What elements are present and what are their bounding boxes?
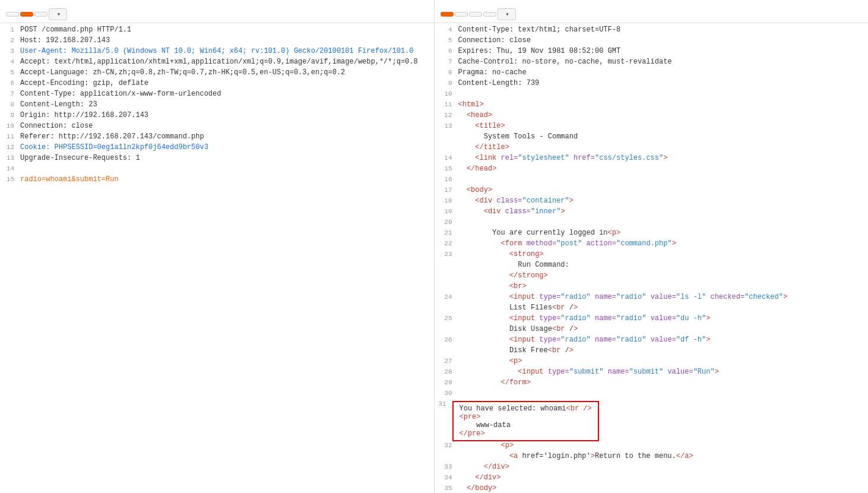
table-row: <a href='login.php'>Return to the menu.<…	[435, 452, 869, 463]
table-row: 25 <input type="radio" name="radio" valu…	[435, 314, 869, 325]
table-row: 10	[435, 90, 869, 100]
line-content: <p>	[458, 357, 866, 365]
line-number: 33	[437, 463, 458, 470]
line-number: 18	[437, 197, 458, 204]
line-number: 11	[2, 133, 20, 140]
line-content: Connection: close	[458, 36, 866, 45]
line-number: 27	[437, 358, 458, 365]
response-actions-chevron-icon: ▾	[506, 11, 509, 18]
request-pretty-btn[interactable]	[6, 12, 19, 17]
table-row: </title>	[435, 143, 869, 154]
line-number: 26	[437, 336, 458, 343]
line-content: Run Command:	[458, 261, 866, 269]
line-content: Upgrade-Insecure-Requests: 1	[20, 154, 432, 162]
table-row: 6Accept-Encoding: gzip, deflate	[0, 79, 434, 90]
line-content: </title>	[458, 143, 866, 151]
line-number: 9	[437, 80, 458, 87]
response-code-area: 4Content-Type: text/html; charset=UTF-85…	[435, 23, 869, 493]
table-row: 9Content-Length: 739	[435, 79, 869, 90]
table-row: 9Origin: http://192.168.207.143	[0, 111, 434, 122]
table-row: 14	[0, 165, 434, 175]
table-row: 24 <input type="radio" name="radio" valu…	[435, 293, 869, 304]
line-content: Host: 192.168.207.143	[20, 36, 432, 45]
request-n-btn[interactable]	[34, 12, 47, 17]
line-number: 8	[437, 69, 458, 76]
line-content: Pragma: no-cache	[458, 68, 866, 77]
table-row: Disk Usage<br />	[435, 325, 869, 336]
line-content: </head>	[458, 165, 866, 173]
table-row: 32 <p>	[435, 441, 869, 452]
line-content: </div>	[458, 473, 866, 482]
table-row: 1POST /command.php HTTP/1.1	[0, 26, 434, 36]
line-number: 6	[437, 48, 458, 55]
line-number: 5	[2, 69, 20, 76]
line-content: <div class="inner">	[458, 207, 866, 216]
table-row: 7Cache-Control: no-store, no-cache, must…	[435, 58, 869, 68]
line-content: <strong>	[458, 250, 866, 258]
line-number: 25	[437, 315, 458, 322]
line-number: 12	[437, 112, 458, 119]
line-content: Origin: http://192.168.207.143	[20, 111, 432, 119]
table-row: 35 </body>	[435, 484, 869, 493]
response-render-btn[interactable]	[469, 12, 482, 17]
line-content: Accept-Encoding: gzip, deflate	[20, 79, 432, 87]
line-number: 34	[437, 474, 458, 481]
line-content: <head>	[458, 111, 866, 119]
line-number: 21	[437, 229, 458, 236]
table-row: 30	[435, 389, 869, 400]
line-content: Referer: http://192.168.207.143/command.…	[20, 132, 432, 141]
table-row: 8Content-Length: 23	[0, 100, 434, 111]
response-toolbar: ▾	[441, 6, 863, 23]
request-raw-btn[interactable]	[20, 12, 33, 17]
line-number: 13	[437, 122, 458, 129]
line-number: 24	[437, 293, 458, 301]
line-content: POST /command.php HTTP/1.1	[20, 26, 432, 34]
table-row: 22 <form method="post" action="command.p…	[435, 239, 869, 250]
line-content: <input type="radio" name="radio" value="…	[458, 314, 866, 323]
line-number: 4	[2, 58, 20, 65]
line-content: Cache-Control: no-store, no-cache, must-…	[458, 58, 866, 66]
table-row: 15radio=whoami&submit=Run	[0, 175, 434, 186]
line-number: 15	[2, 176, 20, 183]
table-row: 19 <div class="inner">	[435, 207, 869, 218]
line-content: <a href='login.php'>Return to the menu.<…	[458, 452, 866, 460]
response-pretty-btn[interactable]	[441, 12, 454, 17]
line-number: 31	[435, 400, 452, 407]
table-row: 6Expires: Thu, 19 Nov 1981 08:52:00 GMT	[435, 47, 869, 58]
line-content: You are currently logged in<p>	[458, 229, 866, 237]
request-header: ▾	[0, 0, 434, 23]
line-number: 7	[437, 58, 458, 65]
table-row: ⋮23 <strong>	[435, 250, 869, 261]
line-number: 1	[2, 26, 20, 33]
table-row: 18 <div class="container">	[435, 197, 869, 207]
table-row: Disk Free<br />	[435, 346, 869, 357]
line-content: Content-Type: application/x-www-form-url…	[20, 90, 432, 98]
line-number: 13	[2, 154, 20, 162]
table-row: <br>	[435, 282, 869, 293]
line-content: <body>	[458, 186, 866, 194]
table-row: 13 <title>	[435, 122, 869, 132]
response-actions-btn[interactable]: ▾	[498, 8, 516, 20]
line-content: System Tools - Command	[458, 132, 866, 141]
line-content: <link rel="stylesheet" href="css/styles.…	[458, 154, 866, 162]
line-number: 3	[2, 48, 20, 55]
line-content: User-Agent: Mozilla/5.0 (Windows NT 10.0…	[20, 47, 432, 55]
line-number: 11	[437, 101, 458, 108]
line-content: <input type="radio" name="radio" value="…	[458, 336, 866, 344]
request-toolbar: ▾	[6, 6, 428, 23]
response-raw-btn[interactable]	[455, 12, 468, 17]
table-row: 4Accept: text/html,application/xhtml+xml…	[0, 58, 434, 68]
table-row: 10Connection: close	[0, 122, 434, 132]
table-row: 11<html>	[435, 100, 869, 111]
request-actions-btn[interactable]: ▾	[49, 8, 67, 20]
table-row: 31You have selected: whoami<br /><pre> w…	[435, 400, 869, 441]
line-content: </strong>	[458, 271, 866, 280]
response-n-btn[interactable]	[483, 12, 496, 17]
line-content: Accept: text/html,application/xhtml+xml,…	[20, 58, 432, 66]
line-number: 17	[437, 187, 458, 194]
table-row: 14 <link rel="stylesheet" href="css/styl…	[435, 154, 869, 165]
line-number: 30	[437, 390, 458, 397]
table-row: 4Content-Type: text/html; charset=UTF-8	[435, 26, 869, 36]
table-row: 15 </head>	[435, 165, 869, 175]
line-content: <form method="post" action="command.php"…	[458, 239, 866, 248]
